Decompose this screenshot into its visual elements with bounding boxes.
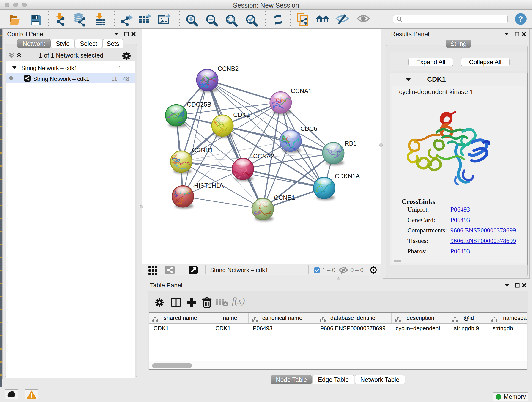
svg-text:1 – 0: 1 – 0: [322, 267, 336, 274]
svg-text:CCNA1: CCNA1: [291, 88, 312, 95]
svg-text:0 – 0: 0 – 0: [350, 267, 364, 274]
svg-text:CDC6: CDC6: [300, 125, 317, 132]
svg-text:CCNB2: CCNB2: [218, 65, 239, 72]
svg-text:HIST1H1A: HIST1H1A: [194, 182, 224, 189]
svg-text:CDK1: CDK1: [233, 111, 250, 118]
svg-text:CDKN1A: CDKN1A: [335, 173, 360, 180]
svg-text:String Network – cdk1: String Network – cdk1: [210, 267, 268, 274]
svg-text:CCNB1: CCNB1: [192, 147, 213, 153]
svg-text:CCNA2: CCNA2: [253, 153, 274, 160]
svg-text:CCNE1: CCNE1: [274, 194, 295, 201]
svg-text:CDC25B: CDC25B: [187, 101, 211, 108]
svg-text:RB1: RB1: [345, 140, 357, 147]
